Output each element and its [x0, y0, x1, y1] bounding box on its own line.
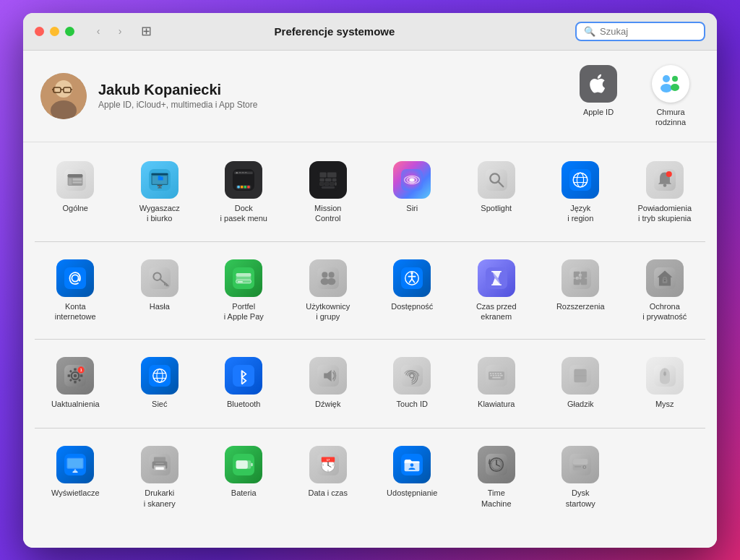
pref-mouse[interactable]: Mysz — [624, 351, 706, 416]
pref-mission[interactable]: MissionControl — [288, 155, 369, 230]
spotlight-label: Spotlight — [481, 203, 512, 213]
svg-rect-134 — [499, 373, 501, 374]
pref-screensaver[interactable]: Wygaszaczi biurko — [119, 155, 201, 230]
language-icon — [562, 161, 599, 199]
svg-rect-31 — [242, 172, 244, 173]
pref-sound[interactable]: Dźwięk — [288, 351, 369, 416]
svg-rect-76 — [317, 267, 339, 289]
svg-rect-139 — [500, 375, 502, 376]
pref-timemachine[interactable]: TimeMachine — [456, 440, 538, 514]
svg-point-10 — [672, 76, 678, 82]
main-content: Ogólne — [23, 142, 717, 547]
close-button[interactable] — [35, 27, 44, 36]
svg-point-63 — [666, 171, 671, 177]
general-label: Ogólne — [63, 203, 88, 213]
dock-icon-wrapper — [225, 161, 262, 199]
pref-sharing[interactable]: Udostępnianie — [371, 440, 453, 514]
pref-general[interactable]: Ogólne — [35, 155, 116, 230]
pref-touchid[interactable]: Touch ID — [371, 351, 453, 416]
svg-rect-137 — [495, 375, 496, 376]
prefs-section-2: Kontainternetowe H — [35, 248, 705, 334]
pref-accounts[interactable]: Kontainternetowe — [35, 254, 116, 328]
trackpad-icon — [562, 357, 599, 395]
prefs-grid-2: Kontainternetowe H — [35, 248, 705, 334]
dock-icon — [225, 161, 262, 199]
pref-keyboard[interactable]: Klawiatura — [456, 351, 538, 416]
notifications-label: Powiadomieniai tryb skupienia — [637, 203, 692, 224]
svg-rect-22 — [158, 176, 163, 180]
family-sharing-button[interactable]: Chmurarodzinna — [642, 65, 700, 128]
pref-notifications[interactable]: Powiadomieniai tryb skupienia — [624, 155, 706, 230]
pref-siri[interactable]: Siri — [371, 155, 453, 230]
svg-rect-96 — [579, 273, 582, 277]
svg-rect-107 — [74, 369, 77, 371]
pref-network[interactable]: Sieć — [119, 351, 201, 416]
pref-security[interactable]: Ochronai prywatność — [624, 254, 706, 328]
pref-extensions[interactable]: Rozszerzenia — [540, 254, 621, 328]
pref-accessibility[interactable]: Dostępność — [371, 254, 453, 328]
svg-rect-15 — [69, 178, 72, 185]
svg-rect-45 — [324, 183, 329, 186]
svg-point-11 — [671, 84, 679, 91]
svg-rect-161 — [251, 463, 253, 467]
language-label: Języki region — [567, 203, 593, 224]
maximize-button[interactable] — [65, 27, 74, 36]
pref-datetime[interactable]: 12 3 6 9 17 Data i czas — [288, 440, 369, 514]
notifications-icon-wrapper — [646, 161, 684, 199]
printers-label: Drukarkii skanery — [144, 488, 176, 509]
pref-startup[interactable]: Dyskstartowy — [540, 440, 621, 514]
mouse-label: Mysz — [655, 399, 674, 409]
search-box[interactable]: 🔍 — [575, 22, 705, 41]
pref-dock[interactable]: Docki pasek menu — [203, 155, 285, 230]
svg-rect-32 — [245, 172, 247, 173]
svg-rect-20 — [151, 173, 168, 175]
pref-spotlight[interactable]: Spotlight — [456, 155, 538, 230]
family-sharing-label: Chmurarodzinna — [655, 107, 686, 128]
svg-rect-97 — [576, 276, 580, 280]
profile-name: Jakub Kopaniecki — [98, 82, 558, 98]
startup-label: Dyskstartowy — [566, 488, 595, 509]
prefs-section-3: 1 Uaktualnienia — [35, 345, 705, 422]
security-label: Ochronai prywatność — [642, 301, 687, 322]
pref-screentime[interactable]: Czas przedekranem — [456, 254, 538, 328]
extensions-label: Rozszerzenia — [556, 301, 605, 311]
minimize-button[interactable] — [50, 27, 59, 36]
battery-icon — [225, 446, 262, 483]
wallet-icon — [225, 259, 262, 297]
pref-users[interactable]: Użytkownicyi grupy — [288, 254, 369, 328]
apple-id-button[interactable]: Apple ID — [569, 65, 627, 117]
battery-label: Bateria — [231, 488, 257, 498]
pref-updates[interactable]: 1 Uaktualnienia — [35, 351, 116, 416]
displays-label: Wyświetlacze — [51, 488, 100, 498]
sound-icon — [309, 357, 347, 395]
mouse-icon — [646, 357, 684, 395]
section-divider-1 — [35, 241, 705, 242]
pref-passwords[interactable]: Hasła — [119, 254, 201, 328]
screentime-label: Czas przedekranem — [476, 301, 517, 322]
pref-language[interactable]: Języki region — [540, 155, 621, 230]
trackpad-label: Gładzik — [567, 399, 594, 409]
spotlight-icon-wrapper — [478, 161, 515, 199]
pref-bluetooth[interactable]: Bluetooth — [203, 351, 285, 416]
keyboard-icon — [478, 357, 515, 395]
search-input[interactable] — [600, 26, 694, 37]
pref-battery[interactable]: Bateria — [203, 440, 285, 514]
sharing-icon — [393, 446, 431, 483]
svg-rect-99 — [579, 279, 582, 283]
svg-point-174 — [410, 464, 414, 468]
svg-rect-47 — [335, 183, 336, 186]
svg-rect-37 — [247, 186, 249, 188]
titlebar: ‹ › ⊞ Preferencje systemowe 🔍 — [23, 13, 717, 51]
updates-icon: 1 — [56, 357, 94, 395]
pref-wallet[interactable]: Portfeli Apple Pay — [203, 254, 285, 328]
network-icon — [141, 357, 178, 395]
pref-printers[interactable]: Drukarkii skanery — [119, 440, 201, 514]
pref-trackpad[interactable]: Gładzik — [540, 351, 621, 416]
profile-section: Jakub Kopaniecki Apple ID, iCloud+, mult… — [23, 51, 717, 143]
svg-rect-41 — [319, 178, 324, 182]
pref-displays[interactable]: Wyświetlacze — [35, 440, 116, 514]
prefs-section-4: Wyświetlacze — [35, 434, 705, 520]
accounts-label: Kontainternetowe — [55, 301, 96, 322]
prefs-section-1: Ogólne — [35, 150, 705, 236]
svg-point-8 — [663, 75, 670, 82]
